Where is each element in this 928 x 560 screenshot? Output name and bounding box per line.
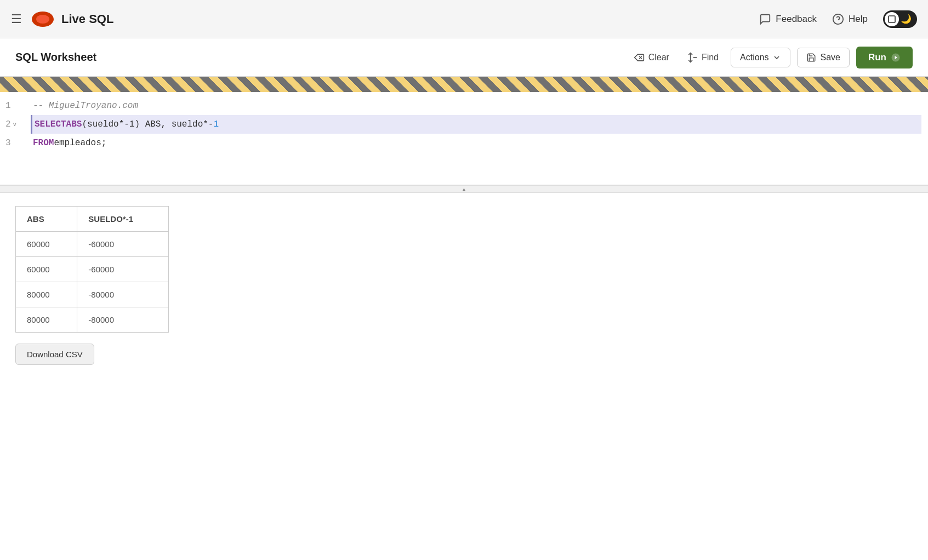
- col-abs: ABS: [16, 207, 77, 232]
- app-title: Live SQL: [61, 12, 759, 26]
- help-icon: [832, 13, 844, 25]
- find-button[interactable]: Find: [681, 49, 724, 66]
- save-icon: [806, 53, 816, 62]
- feedback-icon: [759, 13, 771, 25]
- light-theme-icon: [885, 12, 899, 26]
- chevron-down-icon: [772, 53, 781, 62]
- clear-button[interactable]: Clear: [628, 49, 675, 66]
- line-numbers: 1 2v 3: [0, 96, 26, 152]
- code-content[interactable]: -- MiguelTroyano.com SELECT ABS (sueldo*…: [26, 96, 928, 152]
- clear-icon: [634, 52, 645, 63]
- table-header-row: ABS SUELDO*-1: [16, 207, 169, 232]
- table-row: 80000-80000: [16, 282, 169, 307]
- code-editor[interactable]: 1 2v 3 -- MiguelTroyano.com SELECT ABS (…: [0, 92, 928, 157]
- code-line-3: FROM empleados;: [33, 134, 921, 152]
- run-icon: [891, 53, 901, 62]
- run-button[interactable]: Run: [856, 47, 913, 68]
- download-csv-button[interactable]: Download CSV: [15, 344, 94, 365]
- save-button[interactable]: Save: [797, 48, 849, 67]
- code-line-1: -- MiguelTroyano.com: [33, 96, 921, 115]
- feedback-button[interactable]: Feedback: [759, 13, 817, 25]
- theme-toggle[interactable]: 🌙: [883, 10, 917, 28]
- nav-actions: Feedback Help 🌙: [759, 10, 917, 28]
- find-icon: [687, 52, 698, 63]
- deco-band: [0, 77, 928, 92]
- col-sueldo: SUELDO*-1: [77, 207, 169, 232]
- actions-button[interactable]: Actions: [731, 48, 790, 67]
- results-table: ABS SUELDO*-1 60000-6000060000-600008000…: [15, 206, 169, 333]
- worksheet-title: SQL Worksheet: [15, 51, 628, 64]
- results-area: ABS SUELDO*-1 60000-6000060000-600008000…: [0, 193, 928, 378]
- resize-handle[interactable]: ▲: [0, 185, 928, 193]
- resize-arrow-icon: ▲: [462, 186, 467, 192]
- svg-point-1: [36, 15, 49, 24]
- editor-area[interactable]: 1 2v 3 -- MiguelTroyano.com SELECT ABS (…: [0, 92, 928, 185]
- code-comment: -- MiguelTroyano.com: [33, 96, 138, 115]
- top-nav: ☰ Live SQL Feedback Help �: [0, 0, 928, 38]
- toolbar: Clear Find Actions Save: [628, 47, 913, 68]
- dark-theme-icon: 🌙: [899, 12, 913, 26]
- table-row: 80000-80000: [16, 307, 169, 333]
- code-line-2: SELECT ABS (sueldo*-1) ABS, sueldo*- 1: [31, 115, 921, 134]
- app-logo: [31, 7, 55, 31]
- svg-rect-4: [889, 16, 895, 22]
- help-button[interactable]: Help: [832, 13, 868, 25]
- table-row: 60000-60000: [16, 232, 169, 257]
- worksheet-header: SQL Worksheet Clear Find Actions: [0, 38, 928, 77]
- hamburger-icon[interactable]: ☰: [11, 12, 22, 26]
- table-row: 60000-60000: [16, 257, 169, 282]
